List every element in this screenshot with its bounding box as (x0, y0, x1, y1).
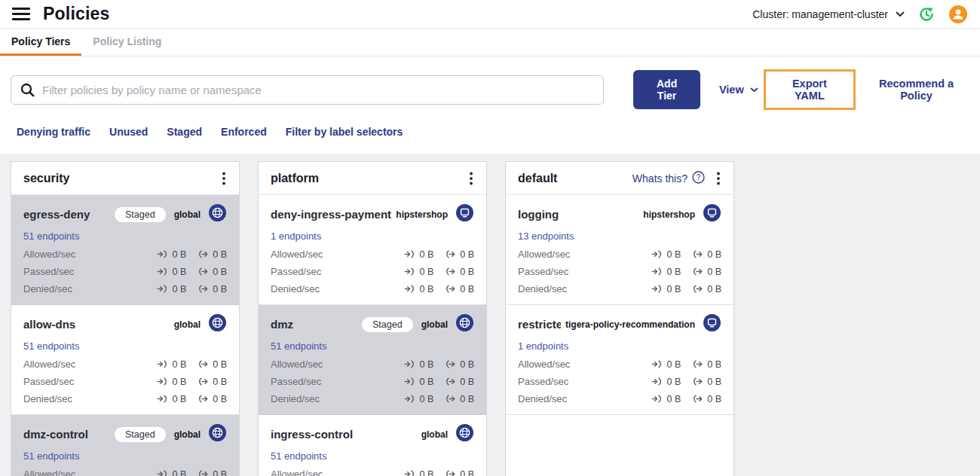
policy-scope-label: hipstershop (643, 209, 695, 220)
egress-value: 0 B (213, 377, 227, 387)
namespace-icon (455, 203, 474, 225)
history-icon[interactable] (917, 5, 936, 24)
ingress-value: 0 B (172, 359, 186, 370)
egress-value: 0 B (460, 284, 474, 294)
ingress-value: 0 B (419, 359, 433, 370)
filter-unused[interactable]: Unused (109, 126, 148, 138)
ingress-value: 0 B (666, 377, 681, 387)
ingress-value: 0 B (419, 249, 433, 260)
calico-icon (208, 423, 227, 445)
endpoints-link[interactable]: 51 endpoints (271, 450, 326, 462)
egress-metric: 0 B (198, 377, 227, 387)
egress-metric: 0 B (198, 284, 227, 294)
policy-card[interactable]: dmzStagedglobal51 endpointsAllowed/sec0 … (259, 305, 486, 415)
filter-enforced[interactable]: Enforced (221, 126, 267, 138)
policy-scope-label: tigera-policy-recommendation (565, 319, 695, 330)
metric-label: Passed/sec (518, 266, 651, 277)
recommend-policy-button[interactable]: Recommend a Policy (863, 78, 969, 102)
filter-by-label-selectors[interactable]: Filter by label selectors (286, 126, 403, 138)
policy-name: logging (518, 208, 639, 221)
policy-card-title-row: egress-denyStagedglobal (23, 203, 227, 225)
metric-label: Allowed/sec (23, 468, 157, 476)
metric-values: 0 B0 B (404, 394, 474, 404)
metric-label: Denied/sec (518, 283, 651, 294)
filter-denying-traffic[interactable]: Denying traffic (17, 126, 90, 138)
ingress-metric: 0 B (404, 394, 433, 404)
filter-staged[interactable]: Staged (167, 126, 202, 138)
metric-row: Denied/sec0 B0 B (271, 393, 474, 404)
tab-policy-tiers[interactable]: Policy Tiers (0, 29, 81, 56)
tier-column-platform: platformdeny-ingress-paymentservi…hipste… (258, 161, 487, 476)
policy-card[interactable]: deny-ingress-paymentservi…hipstershop1 e… (259, 195, 486, 305)
tier-header: defaultWhats this?? (506, 162, 733, 195)
user-avatar[interactable] (948, 5, 968, 24)
menu-icon[interactable] (12, 8, 30, 20)
ingress-metric: 0 B (404, 284, 433, 294)
tier-help-label: Whats this? (632, 172, 688, 185)
policy-scope-label: global (174, 429, 201, 440)
endpoints-link[interactable]: 51 endpoints (271, 340, 326, 352)
tier-header-actions (468, 170, 474, 187)
export-yaml-highlight-box: Export YAML (764, 69, 856, 110)
policy-card[interactable]: dmz-controlStagedglobal51 endpointsAllow… (11, 415, 239, 476)
cluster-selector[interactable]: Cluster: management-cluster (752, 8, 905, 20)
endpoints-link[interactable]: 1 endpoints (271, 230, 321, 242)
egress-value: 0 B (460, 394, 474, 404)
search-icon (20, 83, 35, 97)
metric-label: Denied/sec (23, 283, 157, 294)
metric-label: Allowed/sec (518, 359, 651, 370)
cluster-selector-label: Cluster: management-cluster (752, 8, 888, 20)
endpoints-link[interactable]: 13 endpoints (518, 230, 574, 242)
metric-row: Passed/sec0 B0 B (23, 376, 227, 387)
ingress-metric: 0 B (651, 394, 681, 404)
policy-card[interactable]: ingress-controlglobal51 endpointsAllowed… (259, 415, 486, 476)
tab-policy-listing[interactable]: Policy Listing (81, 29, 173, 56)
staged-badge: Staged (114, 426, 167, 443)
kebab-menu-icon[interactable] (468, 170, 474, 187)
chevron-down-icon (896, 11, 905, 17)
policy-search-input[interactable] (42, 84, 594, 96)
egress-metric: 0 B (445, 284, 474, 294)
egress-metric: 0 B (692, 359, 721, 370)
egress-value: 0 B (213, 359, 227, 370)
ingress-value: 0 B (666, 394, 681, 404)
egress-metric: 0 B (445, 249, 474, 260)
ingress-metric: 0 B (157, 284, 186, 294)
egress-value: 0 B (707, 377, 721, 387)
policy-card[interactable]: egress-denyStagedglobal51 endpointsAllow… (11, 195, 239, 305)
policy-card[interactable]: restrictedtigera-policy-recommendation1 … (506, 305, 733, 415)
ingress-value: 0 B (172, 469, 186, 476)
egress-value: 0 B (213, 267, 227, 277)
metric-values: 0 B0 B (651, 394, 721, 404)
tier-help-link[interactable]: Whats this?? (632, 171, 705, 186)
staged-badge: Staged (114, 206, 167, 223)
policy-card-title-row: dmzStagedglobal (271, 313, 474, 335)
egress-value: 0 B (707, 359, 721, 370)
endpoints-link[interactable]: 1 endpoints (518, 340, 568, 352)
policy-card[interactable]: logginghipstershop13 endpointsAllowed/se… (506, 195, 733, 305)
policy-card[interactable]: allow-dnsglobal51 endpointsAllowed/sec0 … (11, 305, 239, 415)
endpoints-link[interactable]: 51 endpoints (23, 450, 79, 462)
ingress-metric: 0 B (651, 284, 681, 294)
metric-label: Passed/sec (271, 376, 404, 387)
kebab-menu-icon[interactable] (715, 170, 721, 187)
endpoints-link[interactable]: 51 endpoints (23, 230, 79, 242)
add-tier-button[interactable]: Add Tier (633, 70, 700, 109)
egress-metric: 0 B (445, 469, 474, 476)
metric-row: Allowed/sec0 B0 B (23, 249, 227, 260)
egress-metric: 0 B (692, 249, 721, 260)
export-yaml-button[interactable]: Export YAML (777, 78, 842, 102)
egress-value: 0 B (460, 267, 474, 277)
kebab-menu-icon[interactable] (221, 170, 227, 187)
policy-name: deny-ingress-paymentservi… (271, 208, 391, 221)
endpoints-link[interactable]: 51 endpoints (23, 340, 79, 352)
view-dropdown-button[interactable]: View (719, 84, 758, 96)
tier-header-actions (221, 170, 227, 187)
ingress-value: 0 B (172, 284, 186, 294)
calico-icon (208, 313, 227, 335)
ingress-value: 0 B (419, 284, 433, 294)
egress-metric: 0 B (445, 394, 474, 404)
egress-value: 0 B (213, 249, 227, 260)
calico-icon (455, 313, 474, 335)
policy-name: restricted (518, 318, 561, 331)
